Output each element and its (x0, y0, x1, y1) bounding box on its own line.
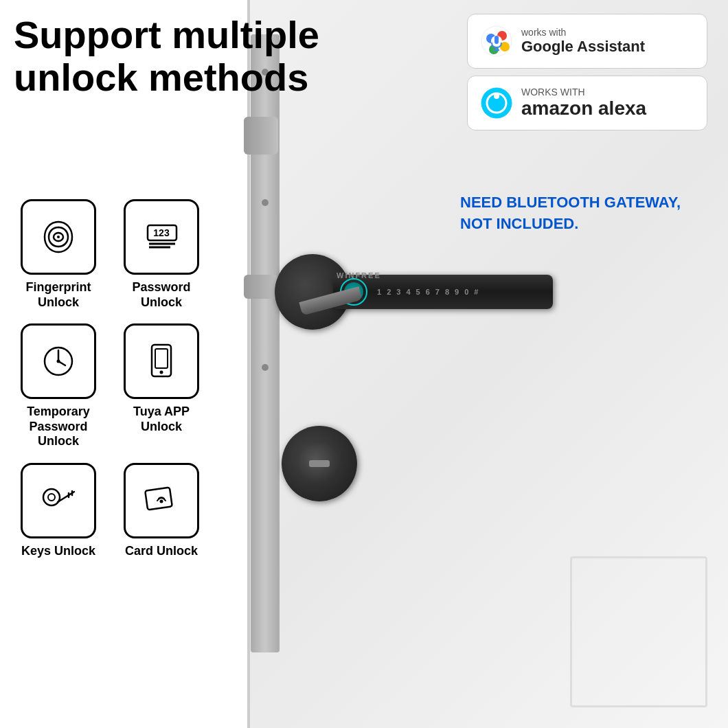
svg-point-11 (494, 93, 499, 99)
tuya-label: Tuya APPUnlock (133, 405, 190, 434)
svg-point-20 (56, 359, 60, 363)
tuya-icon-box (124, 323, 199, 399)
temporary-label: TemporaryPasswordUnlock (27, 405, 90, 449)
lock-bolt-top (244, 117, 278, 155)
key-7: 7 (435, 288, 440, 296)
password-label: PasswordUnlock (132, 280, 190, 310)
bluetooth-notice: NEED BLUETOOTH GATEWAY, NOT INCLUDED. (460, 192, 694, 235)
lock-plate-hole-3 (262, 364, 269, 371)
svg-point-30 (159, 500, 163, 503)
key-icon (36, 478, 81, 523)
google-assistant-badge: works with Google Assistant (467, 14, 707, 69)
fingerprint-label: FingerprintUnlock (26, 280, 91, 310)
page-title: Support multiple unlock methods (14, 14, 398, 98)
google-badge-small-text: works with (521, 27, 645, 38)
svg-point-23 (159, 370, 163, 374)
google-badge-large-text: Google Assistant (521, 38, 645, 56)
deadbolt-outer (282, 426, 357, 501)
google-assistant-icon (480, 25, 513, 58)
door-inner-panel (570, 556, 707, 707)
badges-area: works with Google Assistant WORKS WITH a… (467, 14, 707, 130)
password-icon: 123 (139, 215, 184, 260)
unlock-item-card: Card Unlock (113, 463, 209, 559)
svg-text:123: 123 (153, 227, 170, 238)
svg-point-24 (43, 489, 60, 505)
card-icon (139, 478, 184, 523)
amazon-alexa-icon (480, 87, 513, 120)
svg-point-25 (48, 494, 55, 501)
brand-text: WINFREE (337, 271, 381, 280)
keys-label: Keys Unlock (21, 544, 95, 559)
password-icon-box: 123 (124, 199, 199, 275)
main-container: 1 2 3 4 5 6 7 8 9 0 # WINFREE Support mu… (0, 0, 728, 728)
key-4: 4 (406, 288, 410, 296)
app-icon (139, 339, 184, 384)
unlock-item-password: 123 PasswordUnlock (113, 199, 209, 310)
keys-icon-box (21, 463, 96, 538)
lock-plate (251, 34, 280, 652)
card-icon-box (124, 463, 199, 538)
amazon-alexa-badge: WORKS WITH amazon alexa (467, 76, 707, 130)
card-label: Card Unlock (125, 544, 198, 559)
unlock-item-temporary: TemporaryPasswordUnlock (10, 323, 106, 449)
key-hash: # (474, 288, 478, 296)
unlock-methods-grid: FingerprintUnlock 123 PasswordUnlock (10, 199, 209, 559)
key-1: 1 (377, 288, 381, 296)
key-3: 3 (396, 288, 400, 296)
lock-plate-hole-2 (262, 199, 269, 206)
fingerprint-icon-box (21, 199, 96, 275)
key-6: 6 (426, 288, 430, 296)
unlock-item-fingerprint: FingerprintUnlock (10, 199, 106, 310)
svg-rect-6 (494, 36, 499, 44)
keypad-numbers: 1 2 3 4 5 6 7 8 9 0 # (372, 288, 478, 296)
svg-rect-22 (155, 349, 168, 368)
key-8: 8 (445, 288, 449, 296)
alexa-badge-large-text: amazon alexa (521, 98, 646, 120)
fingerprint-icon (36, 215, 81, 260)
key-0: 0 (464, 288, 468, 296)
svg-point-12 (57, 236, 60, 238)
unlock-item-tuya: Tuya APPUnlock (113, 323, 209, 449)
deadbolt-slot (309, 460, 330, 467)
alexa-badge-small-text: WORKS WITH (521, 87, 646, 98)
deadbolt-inner (299, 443, 340, 484)
temporary-icon (36, 339, 81, 384)
key-5: 5 (416, 288, 420, 296)
google-badge-text: works with Google Assistant (521, 27, 645, 56)
unlock-item-keys: Keys Unlock (10, 463, 106, 559)
lock-bolt-middle (244, 275, 278, 299)
alexa-badge-text: WORKS WITH amazon alexa (521, 87, 646, 120)
key-2: 2 (387, 288, 391, 296)
lock-handle-bar: 1 2 3 4 5 6 7 8 9 0 # (333, 275, 553, 309)
temporary-icon-box (21, 323, 96, 399)
key-9: 9 (455, 288, 459, 296)
deadbolt-assembly (282, 426, 357, 501)
